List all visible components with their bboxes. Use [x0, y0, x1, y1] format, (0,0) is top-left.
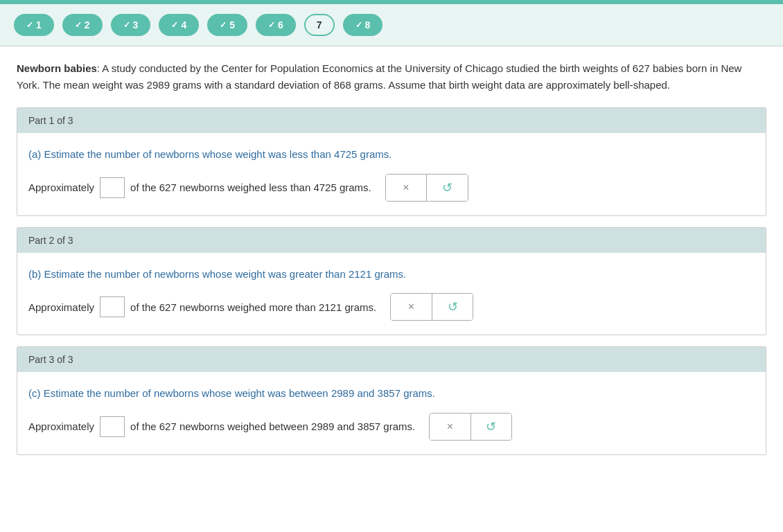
- answer-prefix-3: Approximately: [28, 420, 94, 432]
- checkmark-icon: ✓: [75, 20, 82, 30]
- checkmark-icon: ✓: [171, 20, 178, 30]
- answer-suffix-2: of the 627 newborns weighed more than 21…: [130, 301, 376, 313]
- nav-item-6[interactable]: ✓6: [256, 14, 296, 36]
- nav-bar: ✓1✓2✓3✓4✓5✓67✓8: [0, 4, 783, 46]
- part-header-2: Part 2 of 3: [17, 228, 766, 253]
- checkmark-icon: ✓: [26, 20, 33, 30]
- reset-button-1[interactable]: ↺: [427, 175, 468, 201]
- part-body-1: (a) Estimate the number of newborns whos…: [17, 133, 766, 215]
- action-buttons-1: × ↺: [385, 174, 468, 202]
- nav-item-4[interactable]: ✓4: [159, 14, 199, 36]
- action-buttons-2: × ↺: [390, 293, 473, 321]
- part-section-2: Part 2 of 3 (b) Estimate the number of n…: [17, 227, 766, 336]
- answer-input-1[interactable]: [100, 177, 125, 198]
- answer-row-1: Approximately of the 627 newborns weighe…: [28, 174, 755, 202]
- answer-suffix-1: of the 627 newborns weighed less than 47…: [130, 181, 371, 193]
- problem-intro: : A study conducted by the Center for Po…: [17, 62, 741, 91]
- nav-item-7[interactable]: 7: [304, 14, 335, 36]
- part-body-3: (c) Estimate the number of newborns whos…: [17, 372, 766, 454]
- nav-item-1[interactable]: ✓1: [14, 14, 54, 36]
- part-body-2: (b) Estimate the number of newborns whos…: [17, 253, 766, 335]
- question-text-2: (b) Estimate the number of newborns whos…: [28, 267, 755, 283]
- problem-text: Newborn babies: A study conducted by the…: [17, 60, 766, 94]
- checkmark-icon: ✓: [220, 20, 227, 30]
- part-section-1: Part 1 of 3 (a) Estimate the number of n…: [17, 107, 766, 216]
- nav-item-2[interactable]: ✓2: [62, 14, 103, 36]
- checkmark-icon: ✓: [123, 20, 130, 30]
- clear-button-2[interactable]: ×: [391, 294, 432, 320]
- answer-prefix-1: Approximately: [28, 181, 94, 193]
- action-buttons-3: × ↺: [429, 413, 512, 441]
- question-text-3: (c) Estimate the number of newborns whos…: [28, 386, 755, 402]
- answer-input-3[interactable]: [100, 416, 125, 437]
- nav-item-5[interactable]: ✓5: [207, 14, 247, 36]
- question-text-1: (a) Estimate the number of newborns whos…: [28, 147, 755, 163]
- checkmark-icon: ✓: [355, 20, 362, 30]
- answer-input-2[interactable]: [100, 296, 125, 317]
- answer-row-3: Approximately of the 627 newborns weighe…: [28, 413, 755, 441]
- reset-button-2[interactable]: ↺: [432, 294, 473, 320]
- clear-button-1[interactable]: ×: [386, 175, 428, 201]
- clear-button-3[interactable]: ×: [430, 414, 471, 440]
- nav-item-3[interactable]: ✓3: [111, 14, 151, 36]
- nav-item-8[interactable]: ✓8: [343, 14, 383, 36]
- reset-button-3[interactable]: ↺: [471, 414, 512, 440]
- problem-title: Newborn babies: [17, 62, 97, 74]
- answer-suffix-3: of the 627 newborns weighed between 2989…: [130, 420, 415, 432]
- part-header-1: Part 1 of 3: [17, 108, 766, 133]
- answer-prefix-2: Approximately: [28, 301, 94, 313]
- part-header-3: Part 3 of 3: [17, 347, 766, 372]
- content-area: Newborn babies: A study conducted by the…: [0, 46, 783, 480]
- part-section-3: Part 3 of 3 (c) Estimate the number of n…: [17, 346, 766, 455]
- answer-row-2: Approximately of the 627 newborns weighe…: [28, 293, 755, 321]
- checkmark-icon: ✓: [268, 20, 275, 30]
